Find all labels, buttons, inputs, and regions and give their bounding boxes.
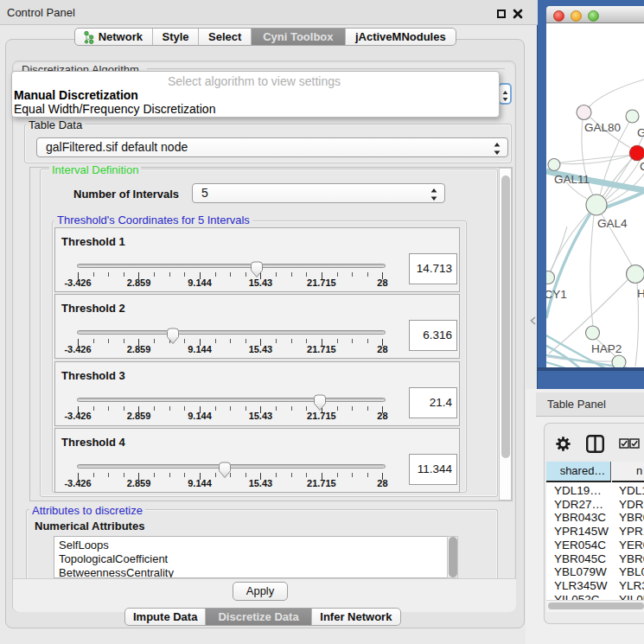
svg-text:GAL80: GAL80: [584, 121, 621, 134]
svg-text:HIS: HIS: [637, 287, 644, 300]
svg-text:GAL11: GAL11: [554, 173, 590, 186]
svg-text:GAL4: GAL4: [637, 126, 644, 139]
svg-text:HAP2: HAP2: [591, 342, 622, 355]
svg-text:CD: CD: [640, 160, 644, 173]
svg-text:GAL4: GAL4: [597, 217, 628, 230]
svg-text:GCY1: GCY1: [546, 288, 567, 301]
